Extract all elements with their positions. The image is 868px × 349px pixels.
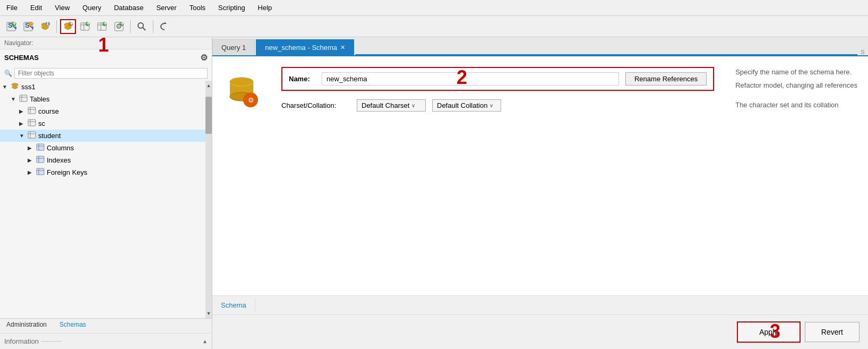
svg-marker-30 [165,22,167,24]
expand-arrow-columns: ▶ [28,145,36,151]
schemas-label: SCHEMAS [4,54,39,62]
filter-box: 🔍 [0,66,212,81]
apply-button[interactable]: Apply [737,321,801,343]
tab-spacer [355,54,857,55]
rename-references-button[interactable]: Rename References [625,72,707,86]
separator-2 [130,20,131,33]
charset-value: Default Charset [362,101,409,109]
reconnect-button[interactable] [157,19,173,34]
collation-select[interactable]: Default Collation ∨ [432,99,501,112]
db-info-button[interactable]: i [37,19,53,34]
new-proc-button[interactable]: ⚙ + [111,19,127,34]
scroll-down-arrow[interactable]: ▼ [205,311,212,316]
menu-query[interactable]: Query [80,3,103,13]
new-table-button[interactable]: + [77,19,93,34]
tree-label-tables: Tables [30,95,50,103]
scroll-up-arrow[interactable]: ▲ [205,83,212,88]
svg-text:+: + [121,21,125,27]
open-script-button[interactable]: SQL → [20,19,36,34]
tab-administration[interactable]: Administration [0,319,53,333]
search-icon: 🔍 [4,70,12,77]
form-fields: Name: Rename References Charset/Collatio… [281,67,714,112]
info-collapse-arrow[interactable]: ▲ [202,338,208,344]
table-icon-sc [28,118,36,129]
tree-label-course: course [38,107,59,115]
schema-name-input[interactable] [322,72,619,86]
menu-tools[interactable]: Tools [187,3,208,13]
revert-button[interactable]: Revert [805,322,860,342]
collation-dropdown-arrow: ∨ [489,103,493,108]
open-script-icon: SQL → [23,21,33,32]
tree-item-student[interactable]: ▼ student [0,130,212,142]
schema-icon-sss1 [11,82,19,92]
tab-close-icon[interactable]: ✕ [340,44,345,51]
table-icon-student [28,131,36,141]
database-icon: ⚙ [223,72,260,109]
svg-point-28 [138,23,143,28]
reconnect-icon [159,21,170,32]
menu-edit[interactable]: Edit [28,3,44,13]
svg-text:+: + [104,21,108,27]
expand-arrow-foreign-keys: ▶ [28,169,36,175]
tab-new-schema-label: new_schema - Schema [265,44,337,52]
expand-arrow-tables: ▼ [11,96,19,102]
action-buttons: Apply Revert [212,314,868,349]
tab-new-schema[interactable]: new_schema - Schema ✕ [256,39,354,55]
svg-rect-44 [37,144,44,150]
content-area: Query 1 new_schema - Schema ✕ S [212,37,868,349]
new-view-button[interactable]: + [94,19,110,34]
tree-item-indexes[interactable]: ▶ Indexes [0,154,212,166]
tree-label-columns: Columns [47,144,74,152]
db-info-icon: i [40,21,50,32]
name-label: Name: [289,75,315,83]
new-proc-icon: ⚙ + [114,21,124,32]
table-icon-course [28,106,36,116]
tab-scroll-right[interactable]: S [857,49,868,55]
menu-bar: File Edit View Query Database Server Too… [0,0,868,16]
tree-item-foreign-keys[interactable]: ▶ Foreign Keys [0,166,212,178]
svg-text:⚙: ⚙ [248,96,254,104]
tab-query1[interactable]: Query 1 [212,39,255,55]
indexes-icon [36,155,45,165]
tab-schemas[interactable]: Schemas [53,319,92,333]
new-sql-icon: SQL + [6,21,16,32]
menu-scripting[interactable]: Scripting [216,3,247,13]
menu-help[interactable]: Help [256,3,274,13]
charset-dropdown-arrow: ∨ [411,103,415,108]
new-schema-icon: + [63,21,73,32]
tree-item-sss1[interactable]: ▼ sss1 [0,81,212,93]
new-table-icon: + [80,21,90,32]
menu-database[interactable]: Database [112,3,146,13]
charset-select[interactable]: Default Charset ∨ [357,99,426,112]
svg-text:+: + [70,21,74,27]
hint-3: The character set and its collation [735,100,857,111]
expand-arrow-sc: ▶ [19,121,28,126]
schema-tab[interactable]: Schema [212,298,255,312]
tree-item-sc[interactable]: ▶ sc [0,117,212,130]
db-icon-area: ⚙ [223,67,260,109]
tree-item-columns[interactable]: ▶ Columns [0,142,212,154]
menu-file[interactable]: File [4,3,20,13]
tree-item-tables[interactable]: ▼ Tables [0,93,212,105]
expand-arrow-student: ▼ [19,133,28,139]
tab-query1-label: Query 1 [221,44,246,52]
tree-item-course[interactable]: ▶ course [0,105,212,117]
menu-server[interactable]: Server [154,3,178,13]
svg-rect-41 [28,132,36,138]
tree-label-student: student [38,132,61,140]
search-button[interactable] [134,19,150,34]
filter-input[interactable] [14,68,208,79]
new-sql-query-button[interactable]: SQL + [3,19,19,34]
new-schema-button[interactable]: + [60,19,76,34]
schemas-settings-icon[interactable]: ⚙ [200,53,208,63]
schema-form: ⚙ Name: Rename References Char [212,56,868,295]
svg-text:→: → [30,21,33,27]
svg-line-29 [143,28,145,30]
hint-1: Specify the name of the schema here. [735,67,857,78]
menu-view[interactable]: View [53,3,72,13]
tree-scrollbar-thumb[interactable] [205,97,212,134]
main-layout: Navigator: SCHEMAS ⚙ 🔍 ▼ sss1 [0,37,868,349]
tree-scrollbar[interactable]: ▲ ▼ [205,81,212,318]
tree-label-foreign-keys: Foreign Keys [47,168,88,176]
info-dots: ·············· [41,338,62,344]
